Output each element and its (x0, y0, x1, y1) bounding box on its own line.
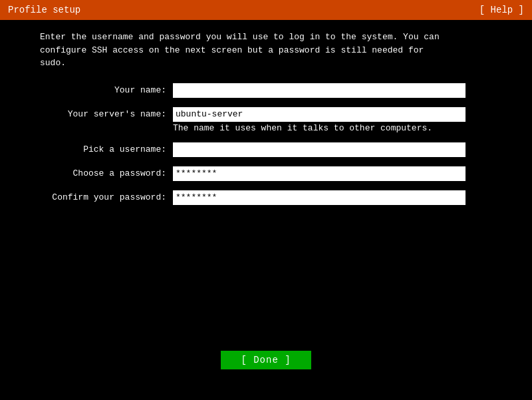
password-input-group (173, 166, 492, 181)
your-name-row: Your name: (40, 83, 492, 98)
button-area: [ Done ] (40, 214, 492, 390)
confirm-password-input[interactable] (173, 190, 466, 205)
username-input[interactable] (173, 142, 466, 157)
done-button[interactable]: [ Done ] (221, 351, 311, 369)
username-label: Pick a username: (40, 142, 173, 154)
title-bar: Profile setup [ Help ] (0, 0, 532, 20)
main-content: Enter the username and password you will… (0, 20, 532, 400)
description: Enter the username and password you will… (40, 31, 492, 70)
server-name-label: Your server's name: (40, 107, 173, 119)
help-button[interactable]: [ Help ] (479, 5, 524, 15)
username-input-group (173, 142, 492, 157)
server-name-input-group: The name it uses when it talks to other … (173, 107, 492, 133)
confirm-password-row: Confirm your password: (40, 190, 492, 205)
password-row: Choose a password: (40, 166, 492, 181)
your-name-label: Your name: (40, 83, 173, 95)
description-line2: configure SSH access on the next screen … (40, 44, 492, 57)
your-name-input[interactable] (173, 83, 466, 98)
page-title: Profile setup (8, 5, 80, 15)
your-name-input-group (173, 83, 492, 98)
server-name-hint: The name it uses when it talks to other … (173, 123, 492, 133)
server-name-input[interactable] (173, 107, 466, 122)
server-name-row: Your server's name: The name it uses whe… (40, 107, 492, 133)
description-line1: Enter the username and password you will… (40, 31, 492, 44)
description-line3: sudo. (40, 57, 492, 70)
password-label: Choose a password: (40, 166, 173, 178)
confirm-password-input-group (173, 190, 492, 205)
password-input[interactable] (173, 166, 466, 181)
username-row: Pick a username: (40, 142, 492, 157)
form-area: Your name: Your server's name: The name … (40, 83, 492, 214)
confirm-password-label: Confirm your password: (40, 190, 173, 202)
